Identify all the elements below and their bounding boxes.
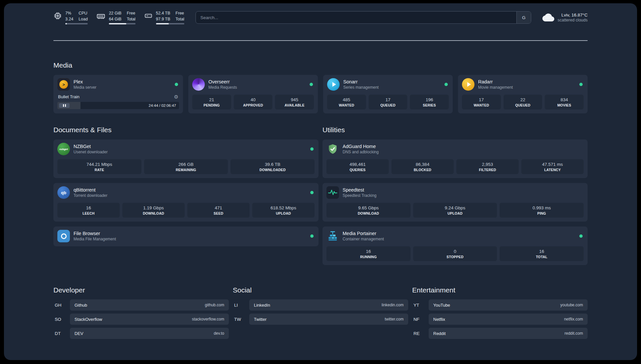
memory-readout: 22 GiB Free 64 GiB Total — [109, 11, 136, 24]
service-card-overseerr[interactable]: Overseerr Media Requests 21 PENDING 40 A… — [188, 75, 318, 113]
filebrowser-icon — [57, 230, 70, 242]
entertainment-section-title: Entertainment — [412, 286, 588, 294]
service-card-adguard[interactable]: AdGuard Home DNS and adblocking 498,461 … — [322, 139, 588, 178]
bookmark-url: reddit.com — [565, 331, 583, 336]
stats-row: 16 RUNNING 0 STOPPED 16 TOTAL — [326, 246, 584, 261]
bookmark-abbr: LI — [233, 303, 249, 308]
cpu-usage-value: 7% — [65, 11, 73, 16]
stats-row: 485 WANTED 17 QUEUED 196 SERIES — [327, 95, 449, 109]
bookmark-name: Reddit — [433, 331, 446, 336]
overseerr-card-header: Overseerr Media Requests — [192, 78, 314, 91]
adguard-shield-icon — [326, 143, 339, 155]
service-description: Speedtest Tracking — [343, 193, 377, 198]
cpu-load-value: 3.24 — [65, 16, 73, 22]
cpu-readout: 7% CPU 3.24 Load — [65, 11, 88, 24]
bookmark-link[interactable]: Reddit reddit.com — [429, 328, 588, 339]
service-card-nzbget[interactable]: nzbget NZBGet Usenet downloader 744.21 M… — [53, 139, 319, 178]
stat-tile: 945 AVAILABLE — [275, 95, 314, 109]
service-description: Media Requests — [208, 85, 237, 90]
overseerr-icon — [192, 78, 205, 91]
stat-value: 471 — [189, 205, 248, 210]
status-dot — [310, 83, 313, 86]
stat-tile: 498,461 QUERIES — [326, 159, 389, 174]
bookmarks-section: Developer GH Github github.com SO StackO… — [53, 286, 588, 355]
now-playing-title: Bullet Train — [58, 94, 79, 99]
stat-tile: 485 WANTED — [327, 95, 366, 109]
search-provider-button[interactable]: G — [516, 12, 531, 23]
bookmark-link[interactable]: DEV dev.to — [70, 328, 229, 339]
bookmark-abbr: TW — [233, 317, 249, 322]
memory-usage-bar — [109, 23, 136, 24]
stat-tile: 196 SERIES — [410, 95, 449, 109]
sonarr-icon — [327, 78, 340, 91]
weather-widget: Lviv, 16.87°C scattered clouds — [542, 12, 588, 23]
service-description: Media server — [74, 85, 96, 90]
disk-usage-bar-fill — [156, 23, 169, 24]
stat-value: 9.65 Gbps — [328, 205, 409, 210]
bookmark-url: dev.to — [214, 331, 224, 336]
service-card-qbittorrent[interactable]: qb qBittorrent Torrent downloader 16 LEE… — [53, 183, 319, 222]
filebrowser-card-header: File Browser Media File Management — [57, 230, 315, 242]
service-card-filebrowser[interactable]: File Browser Media File Management — [53, 227, 319, 246]
service-name: Plex — [74, 79, 96, 84]
service-description: Series management — [343, 85, 379, 90]
service-card-portainer[interactable]: Media Portainer Container management 16 … — [322, 227, 588, 265]
cpu-usage-label: CPU — [78, 11, 88, 16]
pause-button[interactable] — [59, 103, 70, 108]
status-dot — [579, 83, 583, 86]
service-card-plex[interactable]: Plex Media server Bullet Train ⚙ 24:44 /… — [53, 75, 183, 113]
disk-icon — [144, 12, 153, 20]
status-dot — [175, 83, 178, 86]
stat-value: 39.6 TB — [232, 162, 313, 167]
stat-value: 17 — [463, 97, 500, 102]
stat-label: MOVIES — [546, 103, 582, 107]
stats-row: 744.21 Mbps RATE 266 GB REMAINING 39.6 T… — [57, 159, 315, 174]
disk-total-label: Total — [175, 16, 184, 22]
service-card-speedtest[interactable]: Speedtest Speedtest Tracking 9.65 Gbps D… — [322, 183, 588, 222]
bookmark-abbr: GH — [53, 303, 70, 308]
stat-label: TOTAL — [501, 255, 582, 259]
plex-card-header: Plex Media server — [57, 78, 179, 91]
section-utilities: Utilities AdGuard Home — [322, 126, 588, 265]
bookmark-link[interactable]: LinkedIn linkedin.com — [249, 299, 408, 311]
bookmark-link[interactable]: Netflix netflix.com — [429, 314, 588, 325]
developer-section-title: Developer — [53, 286, 229, 294]
bookmark-url: stackoverflow.com — [192, 317, 224, 321]
stat-label: RATE — [59, 168, 140, 172]
stat-value: 16 — [501, 249, 582, 254]
service-description: Usenet downloader — [74, 150, 107, 154]
service-description: Movie management — [478, 85, 513, 90]
bookmarks-developer: Developer GH Github github.com SO StackO… — [53, 286, 229, 342]
bookmark-name: DEV — [75, 331, 83, 336]
stat-label: FILTERED — [458, 168, 517, 172]
portainer-crane-icon — [326, 230, 339, 242]
player-seekbar[interactable]: 24:44 / 02:06:47 — [57, 102, 179, 109]
weather-condition: scattered clouds — [558, 18, 588, 22]
search-input[interactable] — [196, 12, 516, 23]
bookmark-link[interactable]: Github github.com — [70, 299, 229, 311]
stat-value: 834 — [546, 97, 582, 102]
cpu-usage-bar — [65, 23, 88, 24]
documents-section-title: Documents & Files — [53, 126, 319, 134]
nzbget-icon: nzbget — [57, 143, 70, 155]
status-dot — [579, 234, 583, 238]
stat-tile: 47.571 ms LATENCY — [521, 159, 584, 174]
stat-label: QUERIES — [328, 168, 387, 172]
stat-label: UPLOAD — [254, 211, 313, 215]
stat-value: 498,461 — [328, 162, 387, 167]
speedtest-titles: Speedtest Speedtest Tracking — [343, 187, 377, 198]
bookmark-link[interactable]: Twitter twitter.com — [249, 314, 408, 325]
service-card-sonarr[interactable]: Sonarr Series management 485 WANTED 17 Q… — [323, 75, 453, 113]
bookmark-name: StackOverflow — [75, 317, 102, 322]
bookmark-abbr: RE — [412, 331, 429, 336]
portainer-card-header: Media Portainer Container management — [326, 230, 584, 242]
stat-tile: 21 PENDING — [192, 95, 231, 109]
bookmark-link[interactable]: YouTube youtube.com — [429, 299, 588, 311]
stat-tile: 618.52 Mbps UPLOAD — [252, 203, 315, 218]
plex-logo-arrow — [59, 80, 68, 89]
gear-icon[interactable]: ⚙ — [174, 94, 178, 99]
stat-tile: 9.24 Gbps UPLOAD — [413, 203, 497, 218]
stat-value: 0.993 ms — [501, 205, 582, 210]
service-card-radarr[interactable]: Radarr Movie management 17 WANTED 22 QUE… — [458, 75, 588, 113]
bookmark-link[interactable]: StackOverflow stackoverflow.com — [70, 314, 229, 325]
